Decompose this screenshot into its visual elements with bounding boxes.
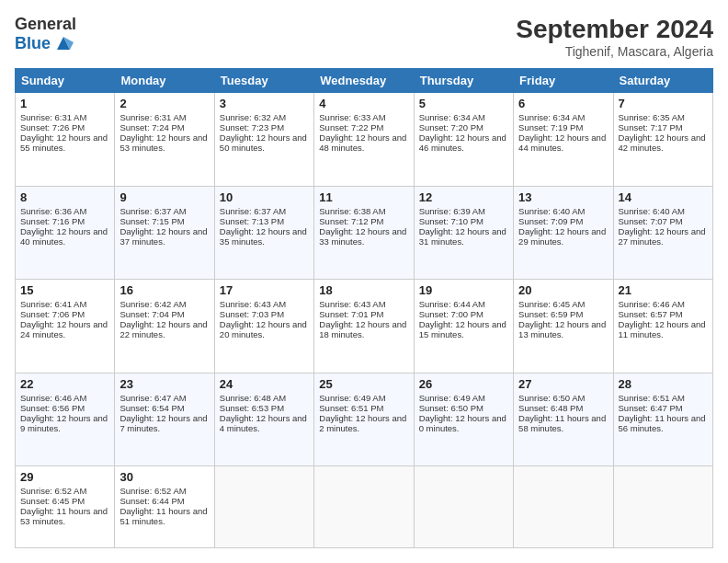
calendar-cell: 14Sunrise: 6:40 AMSunset: 7:07 PMDayligh…: [613, 186, 712, 280]
calendar-cell: 8Sunrise: 6:36 AMSunset: 7:16 PMDaylight…: [16, 186, 115, 280]
calendar-cell: 18Sunrise: 6:43 AMSunset: 7:01 PMDayligh…: [314, 280, 414, 373]
calendar-cell: [514, 466, 613, 548]
calendar-table: SundayMondayTuesdayWednesdayThursdayFrid…: [15, 68, 713, 548]
day-number: 30: [119, 470, 209, 484]
day-header-tuesday: Tuesday: [214, 69, 313, 93]
calendar-week-row: 22Sunrise: 6:46 AMSunset: 6:56 PMDayligh…: [16, 373, 713, 466]
day-number: 23: [119, 377, 209, 391]
day-number: 16: [119, 283, 209, 297]
day-info: Sunrise: 6:41 AMSunset: 7:06 PMDaylight:…: [20, 299, 109, 339]
day-number: 22: [20, 377, 109, 391]
calendar-cell: 19Sunrise: 6:44 AMSunset: 7:00 PMDayligh…: [414, 280, 513, 373]
day-info: Sunrise: 6:49 AMSunset: 6:51 PMDaylight:…: [319, 393, 408, 433]
day-header-wednesday: Wednesday: [314, 69, 414, 93]
calendar-cell: 13Sunrise: 6:40 AMSunset: 7:09 PMDayligh…: [514, 186, 613, 280]
day-number: 26: [419, 377, 508, 391]
day-info: Sunrise: 6:48 AMSunset: 6:53 PMDaylight:…: [220, 393, 309, 433]
calendar-cell: 6Sunrise: 6:34 AMSunset: 7:19 PMDaylight…: [514, 93, 613, 187]
day-number: 21: [619, 283, 708, 297]
calendar-cell: 16Sunrise: 6:42 AMSunset: 7:04 PMDayligh…: [115, 280, 214, 373]
day-info: Sunrise: 6:43 AMSunset: 7:01 PMDaylight:…: [319, 299, 408, 339]
day-info: Sunrise: 6:40 AMSunset: 7:07 PMDaylight:…: [619, 206, 708, 247]
calendar-cell: 26Sunrise: 6:49 AMSunset: 6:50 PMDayligh…: [414, 373, 513, 466]
day-info: Sunrise: 6:44 AMSunset: 7:00 PMDaylight:…: [419, 299, 508, 339]
day-info: Sunrise: 6:50 AMSunset: 6:48 PMDaylight:…: [518, 393, 608, 433]
calendar-cell: 10Sunrise: 6:37 AMSunset: 7:13 PMDayligh…: [214, 186, 313, 280]
calendar-cell: 11Sunrise: 6:38 AMSunset: 7:12 PMDayligh…: [314, 186, 414, 280]
location: Tighenif, Mascara, Algeria: [516, 44, 713, 59]
day-number: 6: [518, 97, 608, 110]
calendar-cell: 12Sunrise: 6:39 AMSunset: 7:10 PMDayligh…: [414, 186, 513, 280]
day-number: 14: [619, 190, 708, 204]
day-info: Sunrise: 6:35 AMSunset: 7:17 PMDaylight:…: [619, 112, 708, 153]
calendar-week-row: 8Sunrise: 6:36 AMSunset: 7:16 PMDaylight…: [16, 186, 713, 280]
day-info: Sunrise: 6:34 AMSunset: 7:19 PMDaylight:…: [518, 112, 608, 153]
calendar-cell: 2Sunrise: 6:31 AMSunset: 7:24 PMDaylight…: [115, 93, 214, 187]
calendar-cell: 23Sunrise: 6:47 AMSunset: 6:54 PMDayligh…: [115, 373, 214, 466]
day-number: 9: [119, 190, 209, 204]
page: General Blue September 2024 Tighenif, Ma…: [0, 0, 728, 563]
day-info: Sunrise: 6:39 AMSunset: 7:10 PMDaylight:…: [419, 206, 508, 247]
logo-text: General Blue: [15, 15, 76, 53]
calendar-cell: 3Sunrise: 6:32 AMSunset: 7:23 PMDaylight…: [214, 93, 313, 187]
calendar-cell: 29Sunrise: 6:52 AMSunset: 6:45 PMDayligh…: [16, 466, 115, 548]
day-number: 27: [518, 377, 608, 391]
calendar-cell: 30Sunrise: 6:52 AMSunset: 6:44 PMDayligh…: [115, 466, 214, 548]
day-header-saturday: Saturday: [613, 69, 712, 93]
logo-blue: Blue: [15, 34, 51, 53]
calendar-cell: 27Sunrise: 6:50 AMSunset: 6:48 PMDayligh…: [514, 373, 613, 466]
day-number: 4: [319, 97, 408, 110]
month-title: September 2024: [516, 15, 713, 44]
calendar-cell: 9Sunrise: 6:37 AMSunset: 7:15 PMDaylight…: [115, 186, 214, 280]
calendar-cell: 15Sunrise: 6:41 AMSunset: 7:06 PMDayligh…: [16, 280, 115, 373]
day-number: 24: [220, 377, 309, 391]
day-number: 1: [20, 97, 109, 110]
day-header-sunday: Sunday: [16, 69, 115, 93]
logo-icon: [53, 33, 74, 53]
day-number: 15: [20, 283, 109, 297]
day-number: 3: [220, 97, 309, 110]
day-info: Sunrise: 6:47 AMSunset: 6:54 PMDaylight:…: [119, 393, 209, 433]
day-header-friday: Friday: [514, 69, 613, 93]
day-number: 5: [419, 97, 508, 110]
day-info: Sunrise: 6:32 AMSunset: 7:23 PMDaylight:…: [220, 112, 309, 153]
day-info: Sunrise: 6:46 AMSunset: 6:56 PMDaylight:…: [20, 393, 109, 433]
calendar-week-row: 15Sunrise: 6:41 AMSunset: 7:06 PMDayligh…: [16, 280, 713, 373]
day-number: 8: [20, 190, 109, 204]
calendar-cell: 20Sunrise: 6:45 AMSunset: 6:59 PMDayligh…: [514, 280, 613, 373]
day-number: 7: [619, 97, 708, 110]
day-number: 18: [319, 283, 408, 297]
calendar-cell: [414, 466, 513, 548]
day-info: Sunrise: 6:40 AMSunset: 7:09 PMDaylight:…: [518, 206, 608, 247]
day-number: 17: [220, 283, 309, 297]
day-number: 28: [619, 377, 708, 391]
day-info: Sunrise: 6:43 AMSunset: 7:03 PMDaylight:…: [220, 299, 309, 339]
day-header-monday: Monday: [115, 69, 214, 93]
calendar-cell: 1Sunrise: 6:31 AMSunset: 7:26 PMDaylight…: [16, 93, 115, 187]
calendar-cell: 5Sunrise: 6:34 AMSunset: 7:20 PMDaylight…: [414, 93, 513, 187]
day-info: Sunrise: 6:46 AMSunset: 6:57 PMDaylight:…: [619, 299, 708, 339]
calendar-cell: 22Sunrise: 6:46 AMSunset: 6:56 PMDayligh…: [16, 373, 115, 466]
day-number: 19: [419, 283, 508, 297]
calendar-week-row: 1Sunrise: 6:31 AMSunset: 7:26 PMDaylight…: [16, 93, 713, 187]
day-info: Sunrise: 6:31 AMSunset: 7:24 PMDaylight:…: [119, 112, 209, 153]
day-number: 25: [319, 377, 408, 391]
day-number: 11: [319, 190, 408, 204]
day-info: Sunrise: 6:33 AMSunset: 7:22 PMDaylight:…: [319, 112, 408, 153]
day-info: Sunrise: 6:37 AMSunset: 7:15 PMDaylight:…: [119, 206, 209, 247]
calendar-cell: 24Sunrise: 6:48 AMSunset: 6:53 PMDayligh…: [214, 373, 313, 466]
day-number: 2: [119, 97, 209, 110]
title-area: September 2024 Tighenif, Mascara, Algeri…: [516, 15, 713, 59]
day-info: Sunrise: 6:31 AMSunset: 7:26 PMDaylight:…: [20, 112, 109, 153]
calendar-cell: [314, 466, 414, 548]
day-header-thursday: Thursday: [414, 69, 513, 93]
calendar-cell: 7Sunrise: 6:35 AMSunset: 7:17 PMDaylight…: [613, 93, 712, 187]
day-info: Sunrise: 6:37 AMSunset: 7:13 PMDaylight:…: [220, 206, 309, 247]
calendar-header-row: SundayMondayTuesdayWednesdayThursdayFrid…: [16, 69, 713, 93]
day-info: Sunrise: 6:49 AMSunset: 6:50 PMDaylight:…: [419, 393, 508, 433]
calendar-cell: 4Sunrise: 6:33 AMSunset: 7:22 PMDaylight…: [314, 93, 414, 187]
day-info: Sunrise: 6:34 AMSunset: 7:20 PMDaylight:…: [419, 112, 508, 153]
day-info: Sunrise: 6:45 AMSunset: 6:59 PMDaylight:…: [518, 299, 608, 339]
day-info: Sunrise: 6:42 AMSunset: 7:04 PMDaylight:…: [119, 299, 209, 339]
day-number: 29: [20, 470, 109, 484]
